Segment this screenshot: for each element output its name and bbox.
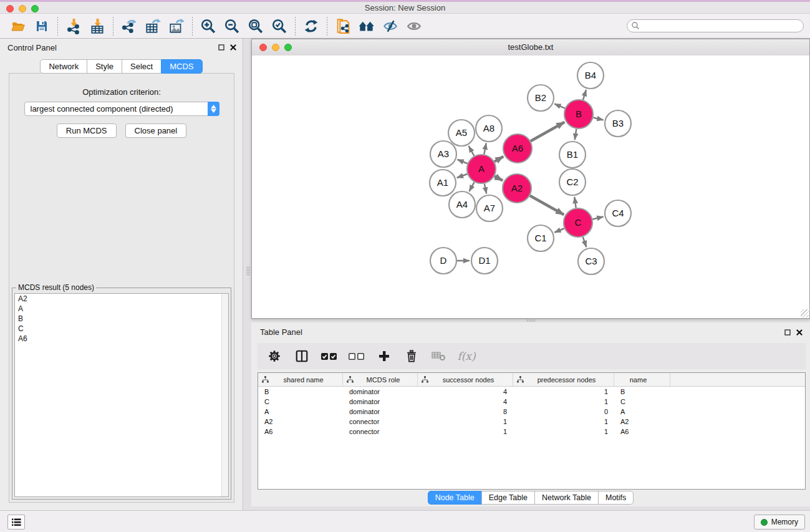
graph-edge-A-A3[interactable]	[457, 160, 467, 163]
tab-network-table[interactable]: Network Table	[534, 491, 599, 505]
graph-node-B4[interactable]: B4	[577, 62, 604, 89]
close-panel-button[interactable]: Close panel	[125, 123, 187, 138]
zoom-fit-selected-icon[interactable]	[244, 16, 268, 37]
tab-edge-table[interactable]: Edge Table	[481, 491, 535, 505]
column-header-MCDS-role[interactable]: MCDS role	[343, 373, 418, 386]
search-input[interactable]	[627, 19, 804, 32]
table-row[interactable]: A2connector11A2	[258, 417, 805, 427]
export-table-icon[interactable]	[141, 16, 165, 37]
zoom-fit-all-icon[interactable]	[268, 16, 291, 37]
table-row[interactable]: Adominator80A	[258, 407, 805, 417]
split-divider-horizontal[interactable]	[527, 319, 536, 322]
home-icon[interactable]	[355, 16, 378, 37]
tab-motifs[interactable]: Motifs	[598, 491, 634, 505]
zoom-out-icon[interactable]	[220, 16, 244, 37]
split-divider-vertical[interactable]	[246, 267, 250, 276]
graph-edge-A-A7[interactable]	[485, 184, 486, 194]
graph-node-C3[interactable]: C3	[578, 248, 604, 274]
graph-node-A6[interactable]: A6	[503, 134, 532, 163]
open-folder-icon[interactable]	[6, 16, 30, 37]
graph-edge-A-A1[interactable]	[457, 174, 468, 178]
mcds-result-item[interactable]: A2	[15, 294, 228, 304]
graph-edge-A-A5[interactable]	[469, 146, 475, 156]
delete-column-icon[interactable]	[402, 346, 421, 367]
graph-node-A4[interactable]: A4	[449, 191, 475, 218]
graph-edge-A6-B[interactable]	[531, 122, 564, 142]
graph-edge-B-B1[interactable]	[575, 129, 577, 140]
graph-node-A1[interactable]: A1	[430, 170, 456, 196]
import-network-icon[interactable]	[62, 16, 85, 37]
refresh-icon[interactable]	[299, 16, 323, 37]
graph-edge-B-B3[interactable]	[593, 118, 603, 120]
mcds-result-item[interactable]: B	[15, 314, 228, 324]
graph-node-D[interactable]: D	[430, 248, 456, 274]
graph-edge-A-A2[interactable]	[494, 176, 503, 180]
tab-network[interactable]: Network	[40, 59, 87, 74]
deselect-all-icon[interactable]	[347, 346, 366, 367]
tab-select[interactable]: Select	[122, 59, 162, 74]
mcds-list-scrollbar[interactable]	[221, 294, 228, 496]
hide-visibility-icon[interactable]	[378, 16, 402, 37]
run-mcds-button[interactable]: Run MCDS	[57, 123, 117, 138]
network-from-document-icon[interactable]	[331, 16, 355, 37]
graph-node-B3[interactable]: B3	[605, 110, 631, 137]
column-layout-icon[interactable]	[292, 346, 311, 367]
import-table-icon[interactable]	[85, 16, 109, 37]
graph-edge-C-C2[interactable]	[574, 197, 576, 208]
export-network-icon[interactable]	[117, 16, 141, 37]
column-header-successor-nodes[interactable]: successor nodes	[418, 373, 513, 386]
graph-edge-C-C4[interactable]	[592, 216, 603, 219]
close-panel-icon[interactable]	[230, 44, 236, 51]
graph-edge-B-B2[interactable]	[554, 104, 565, 108]
graph-edge-C-C1[interactable]	[554, 228, 564, 233]
graph-node-B[interactable]: B	[564, 100, 593, 128]
graph-node-C2[interactable]: C2	[559, 169, 586, 195]
table-row[interactable]: Bdominator41B	[258, 387, 805, 397]
graph-edge-A2-C[interactable]	[530, 196, 564, 215]
graph-edge-C-C3[interactable]	[583, 237, 587, 248]
export-image-icon[interactable]	[165, 16, 188, 37]
network-canvas[interactable]: AA1A2A3A4A5A6A7A8BB1B2B3B4CC1C2C3C4DD1	[252, 56, 809, 318]
save-session-icon[interactable]	[30, 16, 54, 37]
float-table-panel-icon[interactable]	[784, 329, 791, 336]
window-resize-grip[interactable]	[801, 309, 809, 317]
graph-node-C4[interactable]: C4	[605, 200, 631, 226]
column-header-shared-name[interactable]: shared name	[258, 373, 343, 386]
function-builder-icon[interactable]: f(x)	[457, 346, 476, 367]
task-history-button[interactable]	[7, 515, 25, 530]
optimization-criterion-select[interactable]: largest connected component (directed)	[24, 102, 219, 116]
graph-edge-B-B4[interactable]	[583, 90, 586, 100]
tab-style[interactable]: Style	[87, 59, 122, 74]
column-header-predecessor-nodes[interactable]: predecessor nodes	[513, 373, 614, 386]
mcds-result-item[interactable]: A	[15, 304, 228, 314]
graph-node-B2[interactable]: B2	[528, 85, 554, 111]
graph-node-A7[interactable]: A7	[476, 195, 503, 221]
table-row[interactable]: A6connector11A6	[258, 427, 805, 437]
tab-mcds[interactable]: MCDS	[161, 59, 202, 74]
network-window-titlebar[interactable]: testGlobe.txt	[252, 39, 809, 56]
mcds-result-item[interactable]: C	[15, 324, 228, 334]
graph-node-A3[interactable]: A3	[430, 141, 456, 167]
close-table-panel-icon[interactable]	[796, 329, 803, 336]
graph-edge-A-A8[interactable]	[484, 143, 486, 155]
tab-node-table[interactable]: Node Table	[428, 491, 482, 505]
graph-edge-A-A6[interactable]	[494, 157, 504, 162]
table-row[interactable]: Cdominator41C	[258, 397, 805, 407]
add-column-icon[interactable]	[375, 346, 393, 367]
graph-node-A8[interactable]: A8	[476, 115, 502, 142]
graph-node-A2[interactable]: A2	[503, 174, 531, 203]
memory-button[interactable]: Memory	[754, 515, 805, 530]
delete-table-icon[interactable]	[430, 346, 448, 367]
graph-node-C1[interactable]: C1	[528, 225, 554, 251]
graph-node-C[interactable]: C	[564, 208, 592, 237]
zoom-in-icon[interactable]	[196, 16, 220, 37]
mcds-result-item[interactable]: A6	[15, 334, 228, 344]
graph-node-D1[interactable]: D1	[471, 248, 498, 274]
graph-node-A5[interactable]: A5	[448, 120, 475, 146]
settings-gear-icon[interactable]	[265, 346, 284, 367]
graph-edge-A-A4[interactable]	[469, 182, 474, 191]
graph-node-B1[interactable]: B1	[559, 142, 586, 168]
graph-node-A[interactable]: A	[467, 155, 496, 183]
show-visibility-icon[interactable]	[402, 16, 426, 37]
float-panel-icon[interactable]	[218, 44, 224, 51]
